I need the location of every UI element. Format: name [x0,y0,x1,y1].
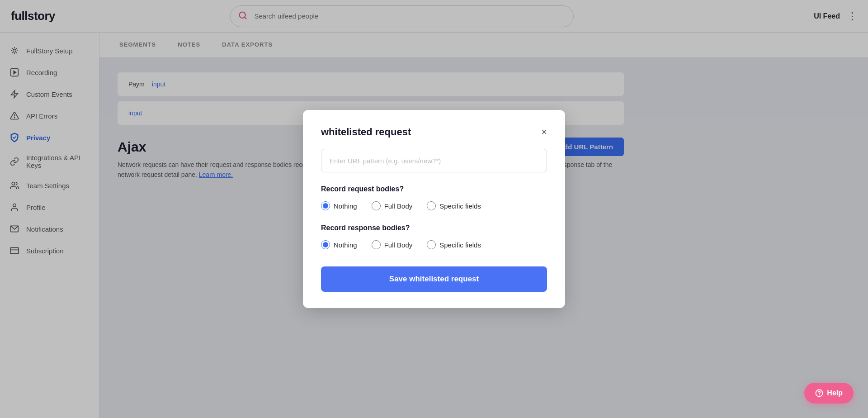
modal: whitelisted request × Record request bod… [303,110,565,308]
record-response-section: Record response bodies? Nothing Full Bod… [321,224,547,249]
request-specific-radio[interactable] [427,201,436,210]
request-nothing-radio[interactable] [321,201,330,210]
response-full-body-option[interactable]: Full Body [372,240,413,249]
record-request-section: Record request bodies? Nothing Full Body… [321,185,547,210]
response-nothing-label: Nothing [334,241,357,249]
request-full-body-label: Full Body [384,202,413,210]
modal-close-button[interactable]: × [541,127,547,137]
help-label: Help [827,389,843,397]
save-whitelisted-request-button[interactable]: Save whitelisted request [321,266,547,292]
request-radio-group: Nothing Full Body Specific fields [321,201,547,210]
response-nothing-radio[interactable] [321,240,330,249]
request-bodies-label: Record request bodies? [321,185,547,193]
request-nothing-label: Nothing [334,202,357,210]
response-nothing-option[interactable]: Nothing [321,240,357,249]
response-bodies-label: Record response bodies? [321,224,547,232]
modal-header: whitelisted request × [321,126,547,138]
response-specific-fields-label: Specific fields [439,241,481,249]
response-specific-radio[interactable] [427,240,436,249]
url-pattern-input[interactable] [321,149,547,172]
request-full-body-option[interactable]: Full Body [372,201,413,210]
request-specific-fields-option[interactable]: Specific fields [427,201,481,210]
response-full-body-label: Full Body [384,241,413,249]
modal-overlay: whitelisted request × Record request bod… [0,0,868,418]
request-full-body-radio[interactable] [372,201,381,210]
response-specific-fields-option[interactable]: Specific fields [427,240,481,249]
request-specific-fields-label: Specific fields [439,202,481,210]
response-radio-group: Nothing Full Body Specific fields [321,240,547,249]
modal-title: whitelisted request [321,126,411,138]
request-nothing-option[interactable]: Nothing [321,201,357,210]
response-full-body-radio[interactable] [372,240,381,249]
help-button[interactable]: Help [804,383,854,404]
